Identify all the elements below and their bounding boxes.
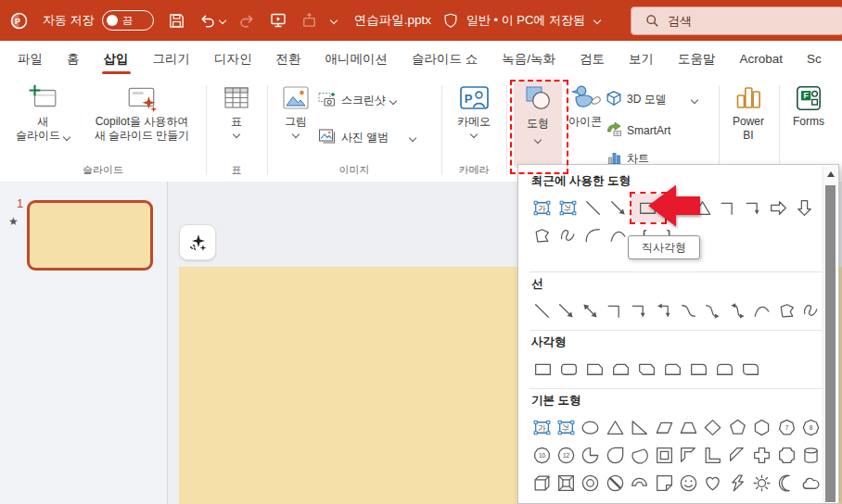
shape-chord[interactable] — [628, 441, 652, 469]
shape-bevel[interactable] — [554, 469, 578, 497]
shape-line-double-arrow[interactable] — [579, 296, 603, 324]
shape-half-frame[interactable] — [676, 441, 700, 469]
shape-round-single-corner[interactable] — [685, 355, 711, 383]
shape-triangle[interactable] — [603, 413, 627, 441]
shape-smiley[interactable] — [676, 469, 700, 497]
shape-vertical-textbox[interactable]: 가 — [554, 413, 578, 441]
tab-Sc[interactable]: Sc — [795, 41, 834, 78]
shape-arc[interactable] — [529, 497, 554, 504]
tab-디자인[interactable]: 디자인 — [202, 41, 264, 78]
shape-pie[interactable] — [579, 441, 603, 469]
shape-line[interactable] — [580, 194, 606, 221]
shape-brace-left[interactable]: { — [603, 497, 627, 504]
shape-cross[interactable] — [750, 441, 774, 469]
shape-diagonal-stripe[interactable] — [725, 441, 749, 469]
tab-홈[interactable]: 홈 — [55, 41, 92, 78]
shape-can[interactable] — [798, 441, 823, 469]
designer-button[interactable] — [179, 224, 216, 260]
tab-녹음/녹화[interactable]: 녹음/녹화 — [490, 41, 568, 78]
shape-scribble[interactable] — [555, 221, 580, 249]
shape-arc[interactable] — [580, 221, 606, 249]
start-slideshow-icon[interactable] — [269, 11, 287, 30]
smartart-button[interactable]: SmartArt — [606, 120, 670, 140]
tab-Acrobat[interactable]: Acrobat — [728, 41, 796, 78]
shape-oval[interactable] — [579, 413, 603, 441]
shape-snip-same-side-corner[interactable] — [607, 355, 633, 383]
shape-line-arrow[interactable] — [606, 194, 631, 221]
shape-pentagon[interactable] — [725, 413, 749, 441]
new-slide-button[interactable]: 새 슬라이드 — [7, 82, 78, 143]
tab-파일[interactable]: 파일 — [6, 41, 55, 78]
powerpoint-logo-icon[interactable]: P — [9, 11, 29, 31]
shape-textbox[interactable]: 가 — [529, 194, 555, 221]
shape-l-shape[interactable] — [701, 441, 725, 469]
copilot-new-slide-button[interactable]: Copilot을 사용하여 새 슬라이드 만들기 — [78, 82, 206, 143]
shape-line-arrow[interactable] — [554, 296, 578, 324]
shape-vertical-textbox[interactable]: 가 — [555, 194, 580, 221]
save-icon[interactable] — [168, 12, 185, 30]
cameo-button[interactable]: P 카메오 — [447, 82, 501, 137]
table-button[interactable]: 표 — [211, 82, 262, 137]
shape-scribble[interactable] — [798, 296, 823, 324]
shape-donut[interactable] — [579, 469, 603, 497]
shape-elbow-arrow-connector[interactable] — [628, 296, 652, 324]
tab-애니메이션[interactable]: 애니메이션 — [313, 41, 401, 78]
menu-scrollbar[interactable] — [823, 166, 837, 502]
shape-block-arc[interactable] — [628, 469, 652, 497]
shape-line[interactable] — [529, 296, 554, 324]
shape-curve[interactable] — [750, 296, 774, 324]
sensitivity-shield-icon[interactable] — [442, 12, 459, 29]
picture-button[interactable]: 그림 — [273, 82, 319, 137]
document-title[interactable]: 연습파일.pptx — [354, 12, 431, 29]
save-status[interactable]: 일반 • 이 PC에 저장됨 — [466, 12, 585, 29]
shape-heart[interactable] — [701, 469, 725, 497]
shape-moon[interactable] — [774, 469, 798, 497]
shape-snip-single-corner[interactable] — [581, 355, 607, 383]
shape-heptagon[interactable]: 7 — [774, 413, 798, 441]
shape-snip-diagonal-corner[interactable] — [633, 355, 659, 383]
power-bi-button[interactable]: Power BI — [724, 82, 772, 143]
scrollbar-thumb[interactable] — [825, 185, 836, 502]
screenshot-button[interactable]: 스크린샷 — [317, 90, 396, 111]
3d-models-button[interactable]: 3D 모델 — [606, 90, 703, 109]
shape-block-arrow-down[interactable] — [792, 194, 817, 221]
tab-도움말[interactable]: 도움말 — [666, 41, 728, 78]
shape-parallelogram[interactable] — [652, 413, 676, 441]
shape-freeform[interactable] — [774, 296, 798, 324]
shape-elbow-arrow-connector[interactable] — [741, 194, 766, 221]
tab-삽입[interactable]: 삽입 — [92, 41, 141, 78]
shape-dodecagon[interactable]: 12 — [554, 441, 578, 469]
shape-folded-corner[interactable] — [652, 469, 676, 497]
shape-cube[interactable] — [529, 469, 554, 497]
shape-rounded-rectangle[interactable] — [555, 355, 581, 383]
shape-sun[interactable] — [750, 469, 774, 497]
shape-curved-connector[interactable] — [676, 296, 700, 324]
shape-decagon[interactable]: 10 — [529, 441, 554, 469]
tab-보기[interactable]: 보기 — [617, 41, 666, 78]
autosave-toggle[interactable]: 끔 — [102, 10, 154, 31]
quick-access-chevron-icon[interactable] — [331, 18, 337, 23]
shape-snip-and-round-single-corner[interactable] — [659, 355, 685, 383]
shape-curved-arrow-connector[interactable] — [701, 296, 725, 324]
shape-freeform[interactable] — [529, 221, 555, 249]
shape-trapezoid[interactable] — [676, 413, 700, 441]
shape-cloud[interactable] — [798, 469, 823, 497]
shape-bracket-left[interactable]: [ — [554, 497, 578, 504]
shape-textbox[interactable]: 가 — [529, 413, 554, 441]
shape-block-arrow-right[interactable] — [766, 194, 791, 221]
search-input[interactable]: 검색 — [631, 6, 842, 35]
shape-round-same-side-corner[interactable] — [711, 355, 737, 383]
shape-round-diagonal-corner[interactable] — [737, 355, 763, 383]
shape-bracket-right[interactable]: ] — [579, 497, 603, 504]
shape-elbow-connector[interactable] — [603, 296, 627, 324]
tab-슬라이드 쇼[interactable]: 슬라이드 쇼 — [400, 41, 490, 78]
shape-teardrop[interactable] — [603, 441, 627, 469]
icons-button[interactable]: 아이콘 — [564, 82, 606, 129]
slide-1-thumbnail[interactable] — [27, 200, 153, 271]
shape-plaque[interactable] — [774, 441, 798, 469]
shape-elbow-connector[interactable] — [715, 194, 740, 221]
shape-diamond[interactable] — [701, 413, 725, 441]
shape-curved-double-arrow-connector[interactable] — [725, 296, 749, 324]
shape-rectangle[interactable] — [529, 355, 555, 383]
shape-frame[interactable] — [652, 441, 676, 469]
